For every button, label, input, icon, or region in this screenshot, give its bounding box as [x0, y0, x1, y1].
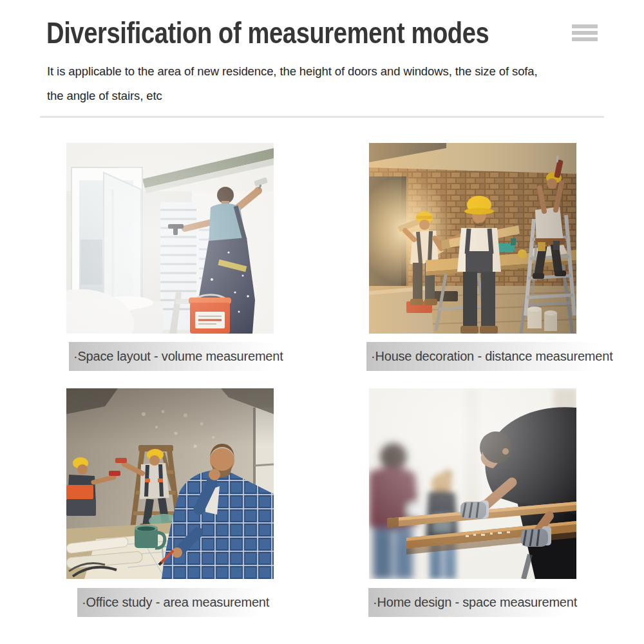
- page-subtitle: It is applicable to the area of new resi…: [47, 59, 538, 108]
- menu-icon-bar: [572, 37, 598, 41]
- photo-office-study-illustration: [66, 388, 274, 579]
- photo-office-study: [66, 388, 274, 579]
- menu-icon-bar: [572, 31, 598, 35]
- photo-space-layout: [66, 143, 274, 334]
- photo-home-design-illustration: [369, 388, 576, 579]
- photo-house-decoration: [369, 143, 576, 334]
- hamburger-menu-icon: [572, 24, 598, 41]
- photo-space-layout-illustration: [66, 143, 274, 334]
- caption-space-layout: ·Space layout - volume measurement: [69, 342, 308, 371]
- photo-house-decoration-illustration: [369, 143, 576, 334]
- divider: [40, 116, 604, 118]
- subtitle-line-2: the angle of stairs, etc: [47, 84, 538, 108]
- subtitle-line-1: It is applicable to the area of new resi…: [47, 59, 538, 84]
- photo-home-design: [369, 388, 576, 579]
- caption-office-study: ·Office study - area measurement: [77, 588, 294, 617]
- page-title: Diversification of measurement modes: [46, 15, 489, 50]
- caption-home-design: ·Home design - space measurement: [368, 588, 601, 617]
- caption-house-decoration: ·House decoration - distance measurement: [366, 342, 638, 371]
- menu-icon-bar: [572, 24, 598, 28]
- product-detail-infographic: Diversification of measurement modes It …: [0, 0, 644, 644]
